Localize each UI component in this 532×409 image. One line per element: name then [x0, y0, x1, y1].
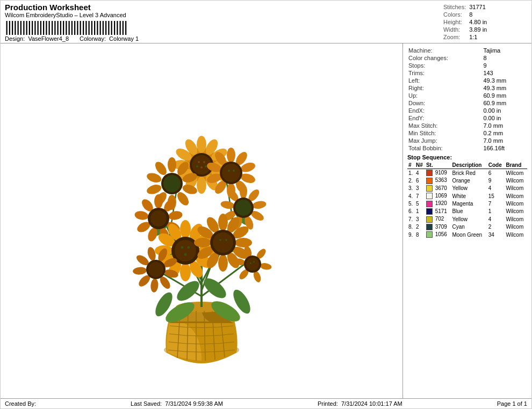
cell-code: 6: [487, 169, 505, 177]
max-stitch-value: 7.0 mm: [482, 122, 527, 129]
cell-brand: Wilcom: [505, 208, 527, 215]
max-jump-label: Max Jump:: [407, 137, 482, 144]
table-row: 8. 2 3709 Cyan 2 Wilcom: [407, 223, 527, 231]
cell-code: 4: [487, 185, 505, 192]
embroidery-preview: .stem { fill: none; stroke: #3a6b20; str…: [73, 60, 330, 382]
color-swatch: [426, 216, 433, 223]
svg-point-138: [146, 246, 157, 261]
cell-stop: 7.: [407, 215, 415, 223]
cell-brand: Wilcom: [505, 169, 527, 177]
svg-point-45: [203, 161, 205, 163]
cell-stop: 8.: [407, 223, 415, 231]
svg-point-143: [260, 262, 272, 271]
svg-point-93: [220, 200, 235, 209]
header-left: Production Worksheet Wilcom EmbroiderySt…: [5, 3, 139, 42]
width-value: 3.89 in: [468, 26, 488, 33]
svg-point-73: [228, 170, 230, 172]
col-n: N#: [415, 162, 425, 169]
svg-point-46: [200, 166, 203, 169]
table-row: 7. 3 702 Yellow 4 Wilcom: [407, 215, 527, 223]
cell-n: 3: [415, 215, 425, 223]
down-label: Down:: [407, 99, 482, 107]
col-code: Code: [487, 162, 505, 169]
svg-point-96: [235, 200, 251, 216]
cell-swatch: 1056: [425, 231, 451, 238]
trims-value: 143: [482, 69, 527, 77]
cell-stop: 1.: [407, 169, 415, 177]
total-bobbin-value: 166.16ft: [482, 144, 527, 152]
design-preview: .stem { fill: none; stroke: #3a6b20; str…: [1, 43, 402, 398]
color-swatch: [426, 201, 433, 207]
height-label: Height:: [442, 19, 467, 25]
svg-point-129: [225, 239, 227, 241]
svg-point-85: [150, 210, 167, 227]
printed: Printed: 7/31/2024 10:01:17 AM: [318, 400, 402, 407]
cell-brand: Wilcom: [505, 223, 527, 231]
height-value: 4.80 in: [468, 19, 488, 25]
zoom-value: 1:1: [468, 34, 488, 40]
stop-sequence-table: # N# St. Description Code Brand 1. 4 910…: [407, 162, 527, 238]
svg-point-82: [134, 210, 149, 221]
cell-stop: 5.: [407, 200, 415, 207]
svg-point-49: [168, 157, 176, 172]
cell-code: 15: [487, 192, 505, 200]
cell-swatch: 5363: [425, 177, 451, 184]
header-meta: Design: VaseFlower4_8 Colorway: Colorway…: [5, 35, 139, 42]
table-row: 1. 4 9109 Brick Red 6 Wilcom: [407, 169, 527, 177]
svg-point-136: [133, 266, 147, 275]
color-swatch: [426, 224, 433, 230]
header: Production Worksheet Wilcom EmbroiderySt…: [1, 1, 531, 43]
created-by: Created By:: [5, 400, 36, 407]
stop-sequence-title: Stop Sequence:: [407, 154, 527, 160]
cell-stop: 9.: [407, 231, 415, 238]
main-area: .stem { fill: none; stroke: #3a6b20; str…: [1, 43, 531, 398]
page: Production Worksheet Wilcom EmbroiderySt…: [0, 0, 532, 409]
svg-point-123: [194, 238, 211, 247]
total-bobbin-label: Total Bobbin:: [407, 144, 482, 152]
svg-point-113: [184, 253, 187, 255]
cell-stop: 6.: [407, 208, 415, 215]
table-row: 9. 8 1056 Moon Green 34 Wilcom: [407, 231, 527, 238]
cell-swatch: 9109: [425, 169, 451, 177]
endy-label: EndY:: [407, 114, 482, 122]
cell-desc: Blue: [451, 208, 487, 215]
color-swatch: [426, 208, 433, 215]
machine-value: Tajima: [482, 47, 527, 54]
svg-point-75: [154, 194, 163, 208]
svg-point-120: [218, 254, 228, 272]
cell-desc: Brick Red: [451, 169, 487, 177]
zoom-label: Zoom:: [442, 34, 467, 40]
info-panel: Machine: Tajima Color changes: 8 Stops: …: [402, 43, 531, 398]
cell-desc: Yellow: [451, 185, 487, 192]
right-label: Right:: [407, 84, 482, 92]
cell-code: 2: [487, 223, 505, 231]
endx-value: 0.00 in: [482, 107, 527, 114]
down-value: 60.9 mm: [482, 99, 527, 107]
cell-desc: Magenta: [451, 200, 487, 207]
cell-n: 6: [415, 177, 425, 184]
cell-code: 1: [487, 208, 505, 215]
color-swatch: [426, 178, 433, 184]
cell-code: 4: [487, 215, 505, 223]
svg-point-97: [180, 220, 191, 238]
cell-desc: White: [451, 192, 487, 200]
svg-point-112: [188, 246, 190, 249]
stats-panel: Stitches: 31771 Colors: 8 Height: 4.80 i…: [441, 3, 527, 41]
max-stitch-label: Max Stitch:: [407, 122, 482, 129]
cell-brand: Wilcom: [505, 185, 527, 192]
svg-point-127: [213, 232, 233, 253]
stitches-label: Stitches:: [442, 4, 467, 10]
cell-desc: Moon Green: [451, 231, 487, 238]
barcode: ||||||||||||||||||||||||||||||||||||||||…: [5, 19, 139, 34]
stops-value: 9: [482, 62, 527, 69]
cell-swatch: 1069: [425, 192, 451, 200]
colors-label: Colors:: [442, 11, 467, 18]
cell-desc: Cyan: [451, 223, 487, 231]
cell-brand: Wilcom: [505, 231, 527, 238]
svg-point-19: [174, 277, 203, 304]
cell-brand: Wilcom: [505, 200, 527, 207]
svg-point-30: [197, 136, 206, 153]
cell-brand: Wilcom: [505, 192, 527, 200]
footer: Created By: Last Saved: 7/31/2024 9:59:3…: [1, 398, 531, 408]
svg-point-117: [235, 238, 252, 247]
